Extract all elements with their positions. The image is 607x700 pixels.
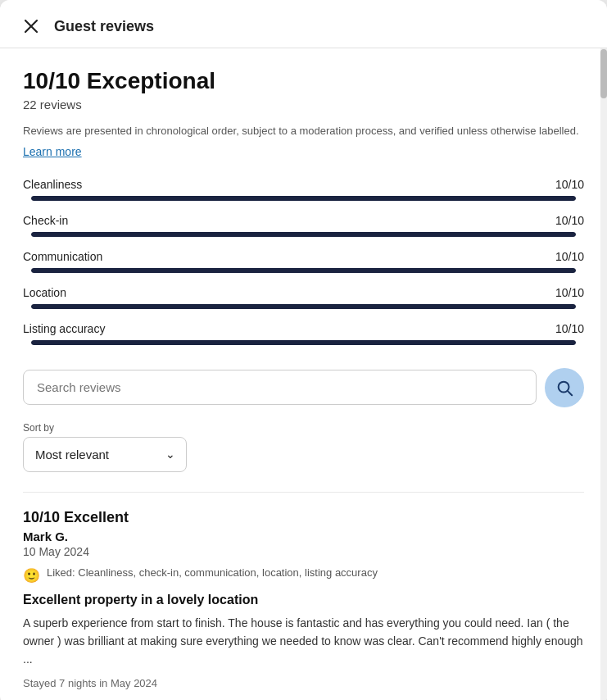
search-input-wrap — [23, 370, 537, 405]
reviewer-name: Mark G. — [23, 530, 584, 543]
rating-score-cleanliness: 10/10 — [550, 178, 584, 191]
scrollbar-thumb[interactable] — [600, 49, 607, 98]
rating-score-checkin: 10/10 — [550, 214, 584, 227]
modal-header: Guest reviews — [0, 0, 607, 48]
rating-bar-listing-accuracy — [31, 340, 576, 345]
search-section — [23, 368, 584, 407]
rating-location: Location 10/10 — [23, 286, 584, 309]
rating-checkin: Check-in 10/10 — [23, 214, 584, 237]
scrollbar[interactable] — [600, 0, 607, 700]
ratings-section: Cleanliness 10/10 Check-in 10/10 — [23, 178, 584, 345]
review-count: 22 reviews — [23, 98, 584, 111]
rating-bar-cleanliness — [31, 196, 576, 201]
overall-score: 10/10 Exceptional — [23, 68, 584, 94]
review-body: A superb experience from start to finish… — [23, 614, 584, 669]
rating-cleanliness: Cleanliness 10/10 — [23, 178, 584, 201]
sort-section: Sort by Most relevant Newest first Oldes… — [23, 422, 584, 472]
liked-text: Liked: Cleanliness, check-in, communicat… — [47, 566, 378, 579]
close-button[interactable] — [20, 15, 43, 38]
rating-label-location: Location — [23, 286, 129, 299]
rating-score-location: 10/10 — [550, 286, 584, 299]
review-card: 10/10 Excellent Mark G. 10 May 2024 🙂 Li… — [23, 492, 584, 701]
liked-row: 🙂 Liked: Cleanliness, check-in, communic… — [23, 566, 584, 584]
search-input[interactable] — [37, 380, 523, 394]
review-note: Reviews are presented in chronological o… — [23, 123, 584, 139]
rating-bar-wrap-cleanliness — [31, 196, 576, 201]
rating-listing-accuracy: Listing accuracy 10/10 — [23, 322, 584, 345]
modal-body: 10/10 Exceptional 22 reviews Reviews are… — [0, 48, 607, 700]
review-headline: Excellent property in a lovely location — [23, 593, 584, 607]
guest-reviews-modal: Guest reviews 10/10 Exceptional 22 revie… — [0, 0, 607, 700]
rating-bar-wrap-location — [31, 304, 576, 309]
sort-select[interactable]: Most relevant Newest first Oldest first — [23, 437, 187, 472]
modal-title: Guest reviews — [54, 18, 154, 35]
search-icon — [555, 379, 573, 397]
rating-label-listing-accuracy: Listing accuracy — [23, 322, 129, 335]
search-button[interactable] — [545, 368, 584, 407]
review-date: 10 May 2024 — [23, 545, 584, 558]
rating-communication: Communication 10/10 — [23, 250, 584, 273]
sort-label: Sort by — [23, 422, 584, 434]
smiley-icon: 🙂 — [23, 567, 40, 584]
rating-label-communication: Communication — [23, 250, 129, 263]
rating-bar-wrap-checkin — [31, 232, 576, 237]
rating-bar-wrap-communication — [31, 268, 576, 273]
review-stay: Stayed 7 nights in May 2024 — [23, 677, 584, 689]
rating-bar-communication — [31, 268, 576, 273]
rating-bar-wrap-listing-accuracy — [31, 340, 576, 345]
learn-more-link[interactable]: Learn more — [23, 145, 82, 158]
rating-bar-checkin — [31, 232, 576, 237]
rating-score-communication: 10/10 — [550, 250, 584, 263]
review-score: 10/10 Excellent — [23, 509, 584, 526]
rating-label-cleanliness: Cleanliness — [23, 178, 129, 191]
close-icon — [24, 19, 39, 34]
rating-score-listing-accuracy: 10/10 — [550, 322, 584, 335]
svg-line-3 — [568, 391, 572, 395]
rating-label-checkin: Check-in — [23, 214, 129, 227]
sort-wrap: Most relevant Newest first Oldest first … — [23, 437, 187, 472]
rating-bar-location — [31, 304, 576, 309]
